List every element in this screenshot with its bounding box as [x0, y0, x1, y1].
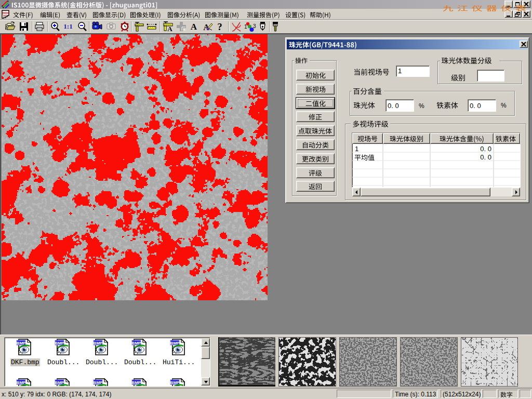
svg-text:BMP: BMP [94, 341, 103, 345]
svg-text:BMP: BMP [132, 380, 141, 385]
svg-text:A: A [191, 22, 197, 32]
svg-text:1:1: 1:1 [63, 22, 72, 30]
svg-text:BMP: BMP [55, 341, 64, 345]
svg-text:BMP: BMP [170, 341, 180, 345]
svg-text:BMP: BMP [17, 341, 26, 345]
svg-text:?: ? [217, 21, 222, 32]
svg-text:BMP: BMP [94, 380, 103, 385]
svg-text:BMP: BMP [132, 341, 141, 345]
svg-text:3: 3 [253, 23, 256, 29]
svg-text:A: A [167, 25, 172, 33]
svg-text:BMP: BMP [55, 380, 64, 385]
svg-text:BMP: BMP [17, 380, 26, 385]
svg-text:DOC: DOC [3, 11, 10, 15]
svg-text:BMP: BMP [170, 380, 180, 385]
